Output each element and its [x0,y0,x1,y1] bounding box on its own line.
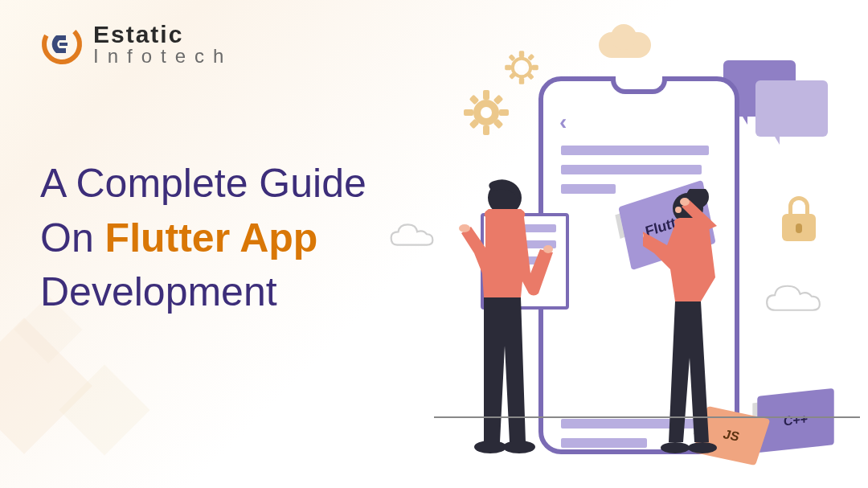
svg-point-32 [688,442,717,453]
svg-rect-15 [532,65,538,70]
logo-text: Estatic Infotech [93,23,232,66]
svg-rect-13 [519,78,524,84]
logo-mark-icon [40,23,84,66]
svg-point-28 [675,207,682,213]
cloud-icon [757,281,829,314]
cloud-icon [611,24,637,50]
svg-point-10 [481,107,492,118]
gear-icon [502,48,541,87]
ground-line [434,416,860,418]
cloud-icon [382,221,442,248]
svg-rect-14 [505,65,511,70]
svg-point-22 [459,224,470,232]
svg-point-23 [543,245,553,253]
back-caret-icon: ‹ [559,109,567,135]
tile-label: C++ [784,412,808,429]
gear-icon [462,88,510,137]
svg-rect-5 [499,109,509,116]
svg-point-31 [661,442,690,453]
svg-rect-3 [483,125,489,135]
hero-illustration: ‹ C++ JS Flutter [394,32,844,466]
headline-part3: Development [40,269,277,314]
svg-point-20 [518,64,526,72]
svg-point-30 [680,198,690,206]
svg-rect-12 [519,51,524,57]
logo-line1: Estatic [93,23,232,47]
page-headline: A Complete Guide On Flutter App Developm… [40,157,366,320]
svg-point-25 [503,441,535,453]
lock-icon [782,193,816,241]
svg-rect-4 [464,109,473,116]
headline-part1: A Complete Guide [40,161,366,206]
brand-logo: Estatic Infotech [40,23,232,66]
headline-accent: Flutter App [105,215,318,260]
svg-point-24 [474,441,506,453]
logo-line2: Infotech [93,47,232,66]
svg-rect-2 [483,90,489,100]
headline-part2: On [40,215,105,260]
